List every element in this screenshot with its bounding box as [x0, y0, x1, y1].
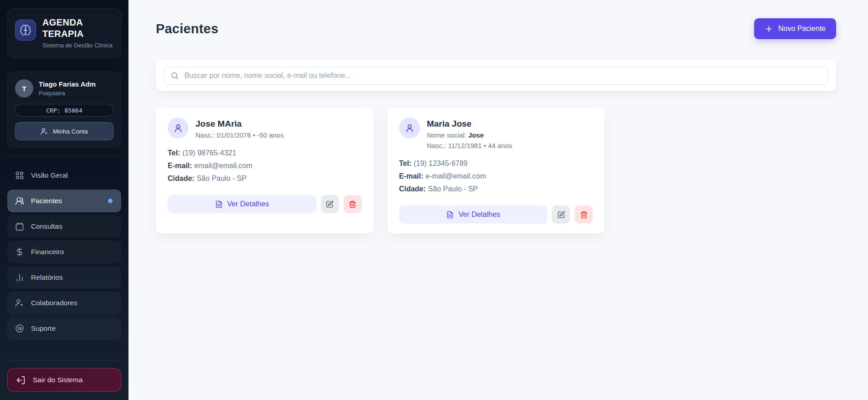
- sidebar-item-financeiro[interactable]: Financeiro: [7, 241, 121, 263]
- city-value: São Paulo - SP: [197, 174, 247, 182]
- patient-avatar-icon: [168, 118, 189, 138]
- edit-patient-button[interactable]: [552, 205, 570, 224]
- user-role: Psiquiatra: [39, 90, 96, 97]
- search-input[interactable]: [164, 67, 828, 85]
- empty-grid-cell: [618, 108, 836, 234]
- dollar-icon: [15, 247, 24, 256]
- phone-value: (19) 12345-6789: [414, 159, 467, 167]
- plus-icon: [765, 25, 773, 33]
- sidebar-item-consultas[interactable]: Consultas: [7, 215, 121, 238]
- email-label: E-mail:: [399, 172, 423, 180]
- crp-label: CRP:: [46, 107, 60, 114]
- brand-title: AGENDA TERAPIA: [42, 17, 113, 40]
- crp-badge: CRP: 85864: [15, 104, 113, 117]
- delete-patient-button[interactable]: [575, 205, 593, 224]
- logout-button[interactable]: Sair do Sistema: [7, 368, 121, 392]
- sidebar-item-visao-geral[interactable]: Visão Geral: [7, 164, 121, 187]
- trash-icon: [580, 211, 588, 219]
- patient-birth: Nasc.: 01/01/2076 • -50 anos: [195, 131, 284, 139]
- sidebar-item-label: Financeiro: [31, 248, 64, 256]
- view-details-label: Ver Detalhes: [458, 210, 500, 219]
- sidebar-item-label: Relatórios: [31, 273, 63, 282]
- search-icon: [170, 72, 179, 80]
- calendar-icon: [15, 222, 24, 231]
- crp-value: 85864: [65, 107, 82, 114]
- sidebar-item-label: Suporte: [31, 324, 56, 333]
- patient-social-name-row: Nome social: Jose: [427, 131, 513, 139]
- social-name-value: Jose: [468, 131, 484, 139]
- patient-card: Jose MAria Nasc.: 01/01/2076 • -50 anos …: [156, 108, 374, 234]
- patient-avatar-icon: [399, 118, 420, 138]
- main-content: Pacientes Novo Paciente: [128, 0, 868, 400]
- edit-patient-button[interactable]: [321, 195, 339, 213]
- sidebar-item-label: Consultas: [31, 222, 62, 231]
- patient-city-row: Cidade:São Paulo - SP: [168, 172, 362, 185]
- file-text-icon: [446, 211, 454, 219]
- layout-grid-icon: [15, 171, 24, 180]
- user-card: T Tiago Farias Adm Psiquiatra CRP: 85864…: [7, 72, 121, 148]
- email-value: email@email.com: [194, 162, 252, 169]
- patient-card: Maria Jose Nome social: Jose Nasc.: 11/1…: [387, 108, 605, 234]
- logout-label: Sair do Sistema: [33, 376, 82, 384]
- page-header: Pacientes Novo Paciente: [156, 18, 836, 39]
- patient-email-row: E-mail:email@email.com: [168, 159, 362, 172]
- delete-patient-button[interactable]: [344, 195, 362, 213]
- phone-label: Tel:: [168, 149, 180, 157]
- user-name: Tiago Farias Adm: [39, 80, 96, 88]
- bar-chart-icon: [15, 273, 24, 282]
- user-cog-icon: [41, 128, 48, 135]
- patient-name: Maria Jose: [427, 118, 513, 129]
- sidebar-item-pacientes[interactable]: Pacientes: [7, 190, 121, 212]
- avatar: T: [15, 79, 33, 97]
- patient-city-row: Cidade:São Paulo - SP: [399, 183, 593, 195]
- edit-icon: [326, 200, 334, 208]
- file-text-icon: [215, 200, 223, 208]
- page-title: Pacientes: [156, 21, 218, 36]
- sidebar-nav: Visão Geral Pacientes Consultas: [7, 156, 121, 340]
- email-value: e-mail@email.com: [426, 172, 486, 180]
- my-account-label: Minha Conta: [53, 128, 88, 135]
- sidebar-item-label: Pacientes: [31, 197, 62, 205]
- city-label: Cidade:: [399, 185, 426, 193]
- sidebar-item-label: Colaboradores: [31, 299, 77, 307]
- edit-icon: [557, 211, 565, 219]
- view-details-button[interactable]: Ver Detalhes: [168, 195, 316, 213]
- logout-section: Sair do Sistema: [7, 360, 121, 392]
- user-gear-icon: [15, 298, 24, 308]
- patient-birth: Nasc.: 11/12/1981 • 44 anos: [427, 141, 513, 150]
- patient-name: Jose MAria: [195, 118, 284, 129]
- at-sign-circle-icon: [15, 324, 24, 333]
- new-patient-label: Novo Paciente: [778, 25, 826, 33]
- sidebar-item-label: Visão Geral: [31, 171, 68, 179]
- brand-card: AGENDA TERAPIA Sistema de Gestão Clínica: [7, 8, 121, 58]
- email-label: E-mail:: [168, 162, 192, 169]
- brain-icon: [15, 20, 36, 41]
- social-name-label: Nome social:: [427, 131, 467, 139]
- new-patient-button[interactable]: Novo Paciente: [754, 18, 836, 39]
- my-account-button[interactable]: Minha Conta: [15, 122, 113, 140]
- sidebar-item-suporte[interactable]: Suporte: [7, 317, 121, 340]
- phone-value: (19) 98765-4321: [182, 149, 236, 157]
- patient-email-row: E-mail:e-mail@email.com: [399, 170, 593, 183]
- sidebar: AGENDA TERAPIA Sistema de Gestão Clínica…: [0, 0, 128, 400]
- logout-icon: [16, 375, 26, 385]
- search-card: [156, 60, 836, 91]
- active-indicator-dot: [108, 199, 113, 203]
- brand-subtitle: Sistema de Gestão Clínica: [42, 42, 113, 49]
- phone-label: Tel:: [399, 159, 411, 167]
- view-details-button[interactable]: Ver Detalhes: [399, 205, 548, 224]
- users-icon: [15, 196, 24, 205]
- brand-text: AGENDA TERAPIA Sistema de Gestão Clínica: [42, 17, 113, 49]
- patients-grid: Jose MAria Nasc.: 01/01/2076 • -50 anos …: [156, 108, 836, 234]
- patient-phone-row: Tel:(19) 98765-4321: [168, 147, 362, 159]
- city-value: São Paulo - SP: [428, 185, 478, 193]
- patient-phone-row: Tel:(19) 12345-6789: [399, 157, 593, 170]
- city-label: Cidade:: [168, 174, 195, 182]
- view-details-label: Ver Detalhes: [227, 200, 269, 208]
- trash-icon: [349, 200, 356, 208]
- sidebar-item-colaboradores[interactable]: Colaboradores: [7, 292, 121, 314]
- sidebar-item-relatorios[interactable]: Relatórios: [7, 266, 121, 289]
